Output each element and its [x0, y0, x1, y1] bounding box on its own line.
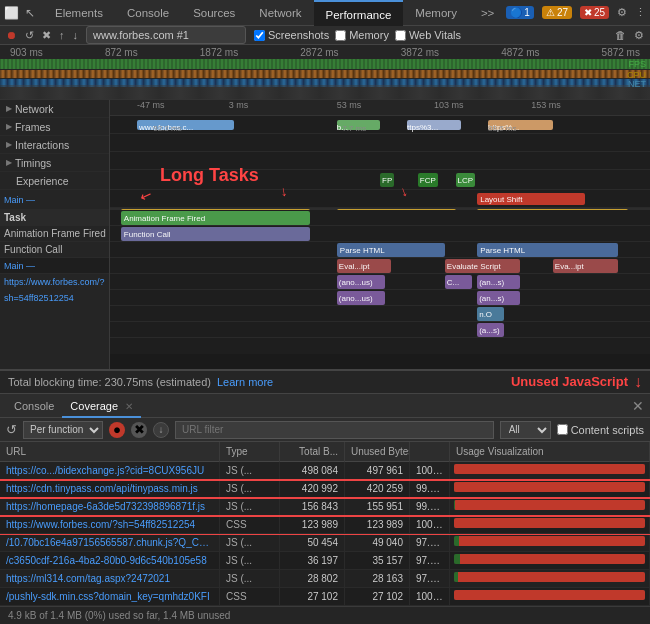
- cpu-bar: [0, 70, 650, 78]
- reload-coverage-icon[interactable]: ↺: [6, 422, 17, 437]
- badge-error: ✖ 25: [580, 6, 609, 19]
- table-row[interactable]: https://homepage-6a3de5d732398896871f.js…: [0, 498, 650, 516]
- settings-icon[interactable]: ⚙: [617, 6, 627, 19]
- fc-label: Function Call: [0, 242, 109, 258]
- timeline-overview: 903 ms 872 ms 1872 ms 2872 ms 3872 ms 48…: [0, 45, 650, 100]
- anon-2: (ano...us): [337, 291, 386, 305]
- extra-track: [110, 338, 650, 354]
- download-icon[interactable]: ↓: [73, 29, 79, 41]
- table-row[interactable]: https://cdn.tinypass.com/api/tinypass.mi…: [0, 480, 650, 498]
- table-row[interactable]: /pushly-sdk.min.css?domain_key=qmhdz0KFI…: [0, 588, 650, 606]
- content-scripts-label[interactable]: Content scripts: [557, 424, 644, 436]
- table-row[interactable]: /c3650cdf-216a-4ba2-80b0-9d6c540b105e58 …: [0, 552, 650, 570]
- inspect-icon[interactable]: ↖: [25, 6, 35, 20]
- more-options-icon[interactable]: ⋮: [635, 6, 646, 19]
- flame-left-labels: Task Animation Frame Fired Function Call…: [0, 210, 110, 369]
- table-row[interactable]: https://ml314.com/tag.aspx?2472021 JS (.…: [0, 570, 650, 588]
- download-coverage-btn[interactable]: ↓: [153, 422, 169, 438]
- screenshots-checkbox-label[interactable]: Screenshots: [254, 29, 329, 41]
- table-row[interactable]: https://www.forbes.com/?sh=54ff82512254 …: [0, 516, 650, 534]
- cell-viz: [450, 534, 650, 552]
- record-icon[interactable]: ⏺: [6, 29, 17, 41]
- tab-network[interactable]: Network: [247, 0, 313, 26]
- anon-1: (an...s): [477, 275, 520, 289]
- coverage-table: URL Type Total B... Unused Bytes Usage V…: [0, 442, 650, 624]
- coverage-close[interactable]: ✕: [125, 401, 133, 412]
- experience-track: Layout Shift: [110, 190, 650, 208]
- cell-pct: 100.0 %: [410, 462, 450, 480]
- learn-more-link[interactable]: Learn more: [217, 370, 273, 394]
- cell-url: https://ml314.com/tag.aspx?2472021: [0, 570, 220, 588]
- lcp-badge: LCP: [456, 173, 476, 187]
- as-track: (a...s): [110, 322, 650, 338]
- cell-type: JS (...: [220, 498, 280, 516]
- webvitals-checkbox-label[interactable]: Web Vitals: [395, 29, 461, 41]
- table-footer: 4.9 kB of 1.4 MB (0%) used so far, 1.4 M…: [0, 606, 650, 624]
- cell-total: 36 197: [280, 552, 345, 570]
- tab-memory[interactable]: Memory: [403, 0, 469, 26]
- url-bar[interactable]: [86, 26, 246, 44]
- upload-icon[interactable]: ↑: [59, 29, 65, 41]
- record-coverage-btn[interactable]: ●: [109, 422, 125, 438]
- url-filter-input[interactable]: [175, 421, 494, 439]
- th-unused[interactable]: Unused Bytes: [345, 442, 410, 462]
- clear-coverage-btn[interactable]: ✖: [131, 422, 147, 438]
- memory-checkbox-label[interactable]: Memory: [335, 29, 389, 41]
- network-arrow: ▶: [6, 100, 12, 118]
- anon-3: (an...s): [477, 291, 520, 305]
- per-function-select[interactable]: Per function Per block: [23, 421, 103, 439]
- tab-console[interactable]: Console: [115, 0, 181, 26]
- frames-track: [110, 134, 650, 152]
- th-pct: [410, 442, 450, 462]
- tab-performance[interactable]: Performance: [314, 0, 404, 26]
- cell-url: /10.70bc16e4a97156565587.chunk.js?Q_CLIE: [0, 534, 220, 552]
- tab-sources[interactable]: Sources: [181, 0, 247, 26]
- memory-checkbox[interactable]: [335, 30, 346, 41]
- eval-1: Evaluate Script: [445, 259, 521, 273]
- cell-pct: 100.0 %: [410, 588, 450, 606]
- cell-type: JS (...: [220, 462, 280, 480]
- main-track-label: Main — https://www.forbes.com/?sh=54ff82…: [0, 190, 109, 210]
- table-header: URL Type Total B... Unused Bytes Usage V…: [0, 442, 650, 462]
- cell-total: 50 454: [280, 534, 345, 552]
- cell-total: 420 992: [280, 480, 345, 498]
- cell-unused: 155 951: [345, 498, 410, 516]
- reload-icon[interactable]: ↺: [25, 29, 34, 42]
- content-scripts-checkbox[interactable]: [557, 424, 568, 435]
- coverage-right-controls: All CSS JS Content scripts: [500, 421, 644, 439]
- cell-viz: [450, 516, 650, 534]
- th-type[interactable]: Type: [220, 442, 280, 462]
- cell-pct: 97.2 %: [410, 534, 450, 552]
- gear-icon[interactable]: ⚙: [634, 29, 644, 42]
- cell-total: 27 102: [280, 588, 345, 606]
- tab-coverage[interactable]: Coverage ✕: [62, 394, 141, 418]
- tab-bar-right: 🔵 1 ⚠ 27 ✖ 25 ⚙ ⋮: [506, 6, 646, 19]
- cell-url: https://co.../bidexchange.js?cid=8CUX956…: [0, 462, 220, 480]
- network-item-0: www.forbes.c...: [137, 120, 234, 130]
- cell-type: JS (...: [220, 552, 280, 570]
- all-select[interactable]: All CSS JS: [500, 421, 551, 439]
- th-url[interactable]: URL: [0, 442, 220, 462]
- tab-console-bottom[interactable]: Console: [6, 394, 62, 418]
- clear-icon[interactable]: ✖: [42, 29, 51, 42]
- webvitals-checkbox[interactable]: [395, 30, 406, 41]
- device-icon[interactable]: ⬜: [4, 6, 19, 20]
- fcp-badge: FCP: [418, 173, 438, 187]
- panel-close-btn[interactable]: ✕: [632, 398, 644, 414]
- cell-total: 123 989: [280, 516, 345, 534]
- tab-more[interactable]: >>: [469, 0, 506, 26]
- table-row[interactable]: https://co.../bidexchange.js?cid=8CUX956…: [0, 462, 650, 480]
- table-row[interactable]: /10.70bc16e4a97156565587.chunk.js?Q_CLIE…: [0, 534, 650, 552]
- cell-unused: 123 989: [345, 516, 410, 534]
- cell-viz: [450, 480, 650, 498]
- cell-url: /pushly-sdk.min.css?domain_key=qmhdz0KFI: [0, 588, 220, 606]
- th-total[interactable]: Total B...: [280, 442, 345, 462]
- table-body: https://co.../bidexchange.js?cid=8CUX956…: [0, 462, 650, 606]
- cell-url: https://homepage-6a3de5d732398896871f.js: [0, 498, 220, 516]
- unused-js-annotation: Unused JavaScript: [511, 370, 628, 394]
- tab-elements[interactable]: Elements: [43, 0, 115, 26]
- cell-unused: 28 163: [345, 570, 410, 588]
- trash-icon[interactable]: 🗑: [615, 29, 626, 41]
- anon-track-2: (ano...us) (an...s): [110, 290, 650, 306]
- screenshots-checkbox[interactable]: [254, 30, 265, 41]
